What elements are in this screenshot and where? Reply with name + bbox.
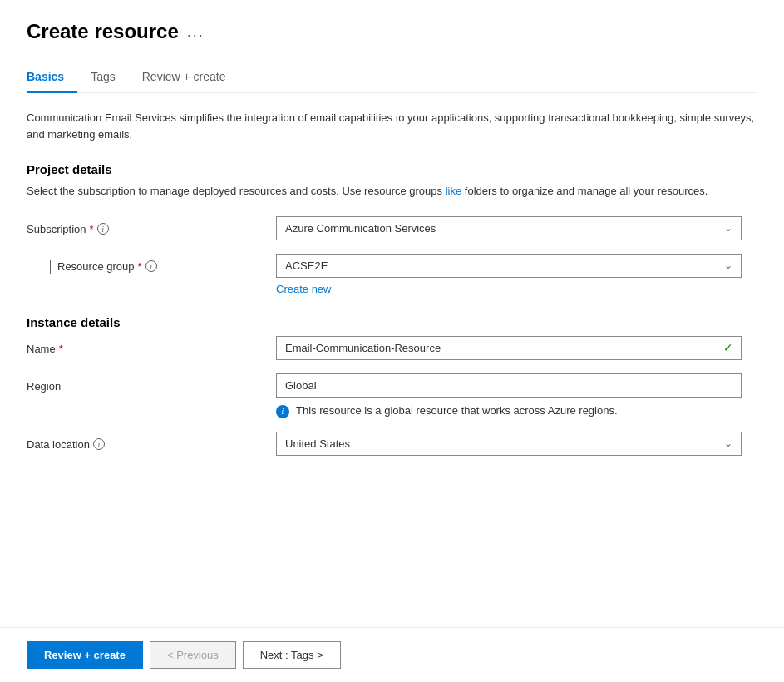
data-location-info-icon[interactable]: i xyxy=(93,438,105,450)
content-area: Communication Email Services simplifies … xyxy=(27,110,757,627)
project-details-description: Select the subscription to manage deploy… xyxy=(27,183,757,200)
instance-details-title: Instance details xyxy=(27,315,757,329)
indent-line xyxy=(50,260,51,274)
subscription-row: Subscription * i Azure Communication Ser… xyxy=(27,216,757,240)
resource-group-info-icon[interactable]: i xyxy=(145,260,157,272)
resource-group-value: ACSE2E xyxy=(285,259,328,272)
indent-prefix: Resource group * i xyxy=(27,254,276,274)
data-location-chevron: ⌄ xyxy=(724,437,732,449)
project-details-title: Project details xyxy=(27,162,757,176)
subscription-chevron: ⌄ xyxy=(724,222,732,234)
name-input[interactable] xyxy=(276,336,742,360)
previous-button[interactable]: < Previous xyxy=(150,641,236,669)
data-location-label: Data location i xyxy=(27,438,276,451)
project-details-section: Project details Select the subscription … xyxy=(27,162,757,295)
resource-group-row: Resource group * i ACSE2E ⌄ Create new xyxy=(27,254,757,295)
ellipsis-menu[interactable]: ... xyxy=(187,23,205,41)
name-label: Name * xyxy=(27,343,276,355)
data-location-row: Data location i United States ⌄ xyxy=(27,432,757,456)
service-description: Communication Email Services simplifies … xyxy=(27,110,757,142)
tab-review-create[interactable]: Review + create xyxy=(142,63,239,93)
region-control: i This resource is a global resource tha… xyxy=(276,373,757,418)
region-info-text: This resource is a global resource that … xyxy=(296,404,618,417)
subscription-control: Azure Communication Services ⌄ xyxy=(276,216,757,240)
region-row: Region i This resource is a global resou… xyxy=(27,373,757,418)
data-location-dropdown[interactable]: United States ⌄ xyxy=(276,432,742,456)
data-location-value: United States xyxy=(285,437,350,450)
create-new-link[interactable]: Create new xyxy=(276,283,331,295)
tab-tags[interactable]: Tags xyxy=(91,63,129,93)
resource-group-label: Resource group * i xyxy=(57,260,157,273)
subscription-value: Azure Communication Services xyxy=(285,222,436,235)
subscription-dropdown[interactable]: Azure Communication Services ⌄ xyxy=(276,216,742,240)
tab-bar: Basics Tags Review + create xyxy=(27,63,757,93)
region-label: Region xyxy=(27,380,276,393)
resource-group-dropdown[interactable]: ACSE2E ⌄ xyxy=(276,254,742,278)
name-required: * xyxy=(59,343,63,355)
page-title: Create resource xyxy=(27,20,179,43)
footer: Review + create < Previous Next : Tags > xyxy=(27,628,757,682)
name-row: Name * ✓ xyxy=(27,336,757,360)
name-control: ✓ xyxy=(276,336,757,360)
subscription-info-icon[interactable]: i xyxy=(97,223,109,235)
resource-group-required: * xyxy=(138,260,142,273)
region-input[interactable] xyxy=(276,373,742,398)
subscription-required: * xyxy=(90,223,94,235)
region-info-box: i This resource is a global resource tha… xyxy=(276,404,742,418)
resource-group-control: ACSE2E ⌄ Create new xyxy=(276,254,757,295)
check-icon: ✓ xyxy=(723,341,733,354)
subscription-label: Subscription * i xyxy=(27,223,276,235)
data-location-control: United States ⌄ xyxy=(276,432,757,456)
resource-group-chevron: ⌄ xyxy=(724,259,732,271)
tab-basics[interactable]: Basics xyxy=(27,63,77,93)
review-create-button[interactable]: Review + create xyxy=(27,641,143,669)
next-button[interactable]: Next : Tags > xyxy=(243,641,341,669)
info-circle-icon: i xyxy=(276,405,289,418)
instance-details-section: Instance details Name * ✓ xyxy=(27,315,757,456)
